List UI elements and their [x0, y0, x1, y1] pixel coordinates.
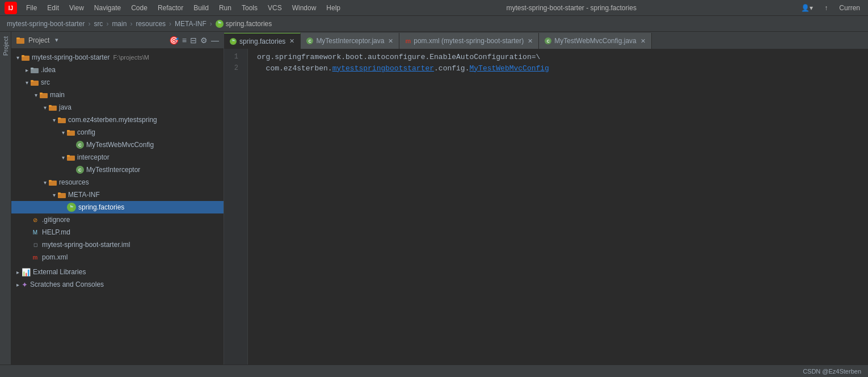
- tree-interceptor[interactable]: interceptor: [11, 151, 224, 164]
- scratches-label: Scratches and Consoles: [30, 280, 104, 288]
- tree-src[interactable]: src: [11, 76, 224, 89]
- root-label: mytest-spring-boot-starter: [32, 53, 109, 61]
- breadcrumb-resources[interactable]: resources: [136, 20, 166, 28]
- main-arrow: [32, 91, 40, 99]
- expand-all-button[interactable]: ≡: [182, 36, 187, 45]
- scratches-arrow: [14, 280, 22, 288]
- tree-resources[interactable]: resources: [11, 176, 224, 188]
- breadcrumb-filename: spring.factories: [226, 20, 272, 28]
- tab-pom-icon: m: [405, 37, 411, 44]
- tab-webmvc-label: MyTestWebMvcConfig.java: [554, 37, 637, 45]
- spring-factories-icon: 🍃: [67, 203, 76, 212]
- gitignore-label: .gitignore: [42, 216, 70, 224]
- svg-rect-23: [58, 192, 61, 194]
- tab-pom[interactable]: m pom.xml (mytest-spring-boot-starter) ✕: [399, 33, 539, 49]
- tab-interceptor-close[interactable]: ✕: [388, 37, 393, 45]
- tree-gitignore[interactable]: ⊘ .gitignore: [11, 213, 224, 226]
- breadcrumb-src[interactable]: src: [94, 20, 103, 28]
- breadcrumb-meta-inf[interactable]: META-INF: [175, 20, 207, 28]
- profile-button[interactable]: 👤▾: [798, 3, 816, 13]
- tree-main[interactable]: main: [11, 89, 224, 101]
- menu-code[interactable]: Code: [127, 3, 152, 13]
- tree-spring-factories[interactable]: 🍃 spring.factories: [11, 201, 224, 213]
- menu-file[interactable]: File: [22, 3, 41, 13]
- tabs-bar: 🍃 spring.factories ✕ C MyTestInterceptor…: [224, 32, 868, 49]
- tree-idea[interactable]: .idea: [11, 64, 224, 76]
- breadcrumb-main[interactable]: main: [112, 20, 127, 28]
- svg-rect-13: [49, 105, 52, 107]
- project-header-icons: 🎯 ≡ ⊟ ⚙ —: [169, 36, 219, 45]
- current-button[interactable]: Curren: [836, 3, 863, 13]
- tree-package[interactable]: com.ez4sterben.mytestspring: [11, 114, 224, 126]
- menu-view[interactable]: View: [65, 3, 89, 13]
- tree-meta-inf[interactable]: META-INF: [11, 188, 224, 201]
- tree-external-libraries[interactable]: 📊 External Libraries: [11, 266, 224, 278]
- settings-button[interactable]: ⚙: [200, 36, 208, 45]
- ext-lib-arrow: [14, 268, 22, 276]
- spring-factories-label: spring.factories: [78, 203, 124, 211]
- code-editor[interactable]: 1 2 org.springframework.boot.autoconfigu…: [224, 49, 868, 365]
- idea-label: .idea: [41, 66, 56, 74]
- status-right-text: CSDN @Ez4Sterben: [803, 368, 861, 375]
- menu-run[interactable]: Run: [214, 3, 236, 13]
- meta-inf-label: META-INF: [68, 191, 100, 199]
- code-token-2-2[interactable]: mytestspringbootstarter: [332, 64, 434, 73]
- tree-java[interactable]: java: [11, 101, 224, 114]
- code-token-2-4[interactable]: MyTestWebMvcConfig: [469, 64, 549, 73]
- meta-inf-arrow: [50, 191, 58, 199]
- menu-edit[interactable]: Edit: [43, 3, 64, 13]
- project-folder-icon: [16, 36, 25, 45]
- main-area: Project Project ▾ 🎯 ≡ ⊟ ⚙ —: [0, 32, 868, 365]
- tab-spring-icon: 🍃: [230, 38, 237, 45]
- code-token-2-3: .config.: [434, 64, 469, 73]
- menu-tools[interactable]: Tools: [237, 3, 262, 13]
- tree-help-md[interactable]: M HELP.md: [11, 226, 224, 238]
- menu-build[interactable]: Build: [189, 3, 213, 13]
- menubar-right-controls: 👤▾ ↑ Curren: [798, 3, 863, 13]
- project-panel-header: Project ▾ 🎯 ≡ ⊟ ⚙ —: [11, 32, 224, 49]
- project-panel-label[interactable]: Project: [2, 36, 9, 56]
- tree-webmvcconfig[interactable]: C MyTestWebMvcConfig: [11, 139, 224, 151]
- svg-rect-19: [67, 155, 70, 157]
- project-tree: mytest-spring-boot-starter F:\projects\M…: [11, 49, 224, 365]
- code-content[interactable]: org.springframework.boot.autoconfigure.E…: [248, 49, 868, 365]
- tab-spring-factories[interactable]: 🍃 spring.factories ✕: [224, 33, 301, 49]
- tree-iml[interactable]: ◻ mytest-spring-boot-starter.iml: [11, 238, 224, 251]
- breadcrumb-sep-3: ›: [130, 20, 132, 28]
- root-arrow: [14, 53, 22, 61]
- menu-help[interactable]: Help: [322, 3, 345, 13]
- tree-root[interactable]: mytest-spring-boot-starter F:\projects\M: [11, 51, 224, 64]
- iml-icon: ◻: [31, 240, 40, 249]
- menu-window[interactable]: Window: [288, 3, 321, 13]
- tree-interceptor-class[interactable]: C MyTestInterceptor: [11, 164, 224, 176]
- hide-panel-button[interactable]: —: [211, 36, 219, 45]
- pom-label: pom.xml: [42, 253, 68, 261]
- src-arrow: [23, 78, 31, 86]
- menu-bar: IJ File Edit View Navigate Code Refactor…: [0, 0, 868, 16]
- tab-webmvc[interactable]: C MyTestWebMvcConfig.java ✕: [539, 33, 652, 49]
- tree-config[interactable]: config: [11, 126, 224, 139]
- breadcrumb-file[interactable]: 🍃 spring.factories: [216, 20, 272, 28]
- project-dropdown-arrow[interactable]: ▾: [55, 36, 58, 44]
- collapse-all-button[interactable]: ⊟: [190, 36, 197, 45]
- breadcrumb-sep-4: ›: [169, 20, 171, 28]
- tab-interceptor[interactable]: C MyTestInterceptor.java ✕: [301, 33, 399, 49]
- iml-label: mytest-spring-boot-starter.iml: [42, 241, 130, 249]
- locate-file-button[interactable]: 🎯: [169, 36, 179, 45]
- line-numbers: 1 2: [224, 49, 248, 365]
- package-folder-icon: [58, 116, 66, 123]
- tab-interceptor-label: MyTestInterceptor.java: [316, 37, 384, 45]
- tab-webmvc-close[interactable]: ✕: [641, 37, 646, 45]
- menu-refactor[interactable]: Refactor: [153, 3, 188, 13]
- meta-inf-folder-icon: [58, 191, 66, 198]
- breadcrumb-root[interactable]: mytest-spring-boot-starter: [7, 20, 85, 28]
- tab-pom-close[interactable]: ✕: [528, 37, 533, 45]
- tree-scratches[interactable]: ✦ Scratches and Consoles: [11, 278, 224, 291]
- resources-arrow: [41, 178, 49, 186]
- menu-vcs[interactable]: VCS: [263, 3, 286, 13]
- git-button[interactable]: ↑: [821, 3, 831, 13]
- tab-spring-close[interactable]: ✕: [289, 37, 294, 45]
- menu-navigate[interactable]: Navigate: [90, 3, 125, 13]
- tab-spring-label: spring.factories: [239, 37, 285, 45]
- tree-pom[interactable]: m pom.xml: [11, 251, 224, 263]
